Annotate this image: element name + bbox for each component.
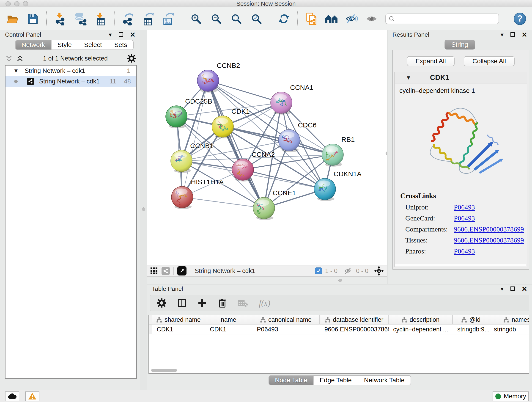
memory-button[interactable]: Memory <box>493 391 529 401</box>
splitter-handle[interactable] <box>142 207 145 211</box>
collapse-all-icon[interactable] <box>6 55 12 62</box>
zoom-fit-button[interactable] <box>230 12 243 26</box>
float-panel-icon[interactable] <box>510 287 515 291</box>
export-image-button[interactable] <box>162 12 175 26</box>
table-cell[interactable]: CDK1 <box>152 325 205 334</box>
collapse-all-button[interactable]: Collapse All <box>464 56 515 66</box>
panel-menu-icon[interactable]: ▾ <box>500 286 504 292</box>
import-network-from-database-button[interactable] <box>74 12 87 26</box>
search-input[interactable] <box>397 15 496 22</box>
tab-sets[interactable]: Sets <box>108 40 133 50</box>
network-node-rb1[interactable]: RB1 <box>322 136 355 167</box>
horizontal-splitter[interactable] <box>147 277 387 284</box>
node-label: CDKN1A <box>334 170 361 178</box>
collection-label: String Network – cdk1 <box>25 67 85 75</box>
networks-home-button[interactable] <box>325 12 338 26</box>
splitter-handle[interactable] <box>338 279 342 282</box>
import-table-button[interactable] <box>94 12 107 26</box>
export-image-icon <box>162 12 175 26</box>
save-session-button[interactable] <box>26 12 39 26</box>
tab-network-table[interactable]: Network Table <box>358 376 411 385</box>
tab-edge-table[interactable]: Edge Table <box>314 376 358 385</box>
table-row[interactable]: CDK1CDK1P064939606.ENSP00000378699cyclin… <box>149 325 529 334</box>
network-row-selected[interactable]: String Network – cdk1 11 48 <box>6 76 136 87</box>
table-cell[interactable]: cyclin–dependent ... <box>389 325 453 334</box>
column-header-canonical-name[interactable]: canonical name <box>252 315 320 324</box>
panel-menu-icon[interactable]: ▾ <box>109 32 112 38</box>
column-header--id[interactable]: @id <box>453 315 489 324</box>
node-details-header[interactable]: ▼ CDK1 <box>395 72 527 83</box>
crosslinks-title: CrossLinks <box>400 191 527 200</box>
node-label: CCNA2 <box>252 151 275 158</box>
crosslink-label: Tissues: <box>405 236 454 244</box>
expand-all-icon[interactable] <box>17 55 23 62</box>
import-network-button[interactable] <box>54 12 67 26</box>
export-network-button[interactable] <box>121 12 135 26</box>
tree-expand-icon[interactable]: ▼ <box>13 68 19 74</box>
network-node-ccnb1[interactable]: CCNB1 <box>171 142 214 173</box>
float-panel-icon[interactable] <box>119 32 123 37</box>
save-icon <box>27 13 39 25</box>
column-header-name[interactable]: name <box>205 315 252 324</box>
table-cell[interactable]: 9606.ENSP00000378699 <box>320 325 389 334</box>
table-cell[interactable]: stringdb:9... <box>453 325 489 334</box>
show-columns-icon[interactable] <box>177 298 186 307</box>
warnings-button[interactable] <box>25 391 39 401</box>
add-column-icon[interactable] <box>197 298 207 307</box>
zoom-selected-button[interactable] <box>250 12 263 26</box>
hide-selected-button[interactable] <box>345 12 358 26</box>
tab-select[interactable]: Select <box>78 40 108 50</box>
horizontal-scrollbar-thumb[interactable] <box>151 369 177 372</box>
close-panel-icon[interactable]: × <box>522 287 527 291</box>
cloud-button[interactable] <box>5 391 19 401</box>
show-view-button[interactable] <box>365 12 379 26</box>
gear-icon[interactable] <box>127 54 136 63</box>
copy-view-button[interactable] <box>305 12 318 26</box>
zoom-in-button[interactable] <box>189 12 203 26</box>
float-panel-icon[interactable] <box>510 32 515 37</box>
crosslink-link[interactable]: P06493 <box>454 214 475 222</box>
close-panel-icon[interactable]: × <box>130 32 135 37</box>
tab-network[interactable]: Network <box>16 40 51 50</box>
network-node-hist1h1a[interactable]: HIST1H1A <box>171 178 224 209</box>
crosslink-link[interactable]: P06493 <box>454 247 475 255</box>
column-header-shared-name[interactable]: shared name <box>152 315 205 324</box>
delete-column-icon[interactable] <box>218 298 227 307</box>
close-panel-icon[interactable]: × <box>522 32 527 37</box>
network-canvas[interactable]: CCNB2CCNA1CDC25BCDK1CDC6RB1CCNB1CCNA2CDK… <box>147 30 387 265</box>
node-details-card: ▼ CDK1 cyclin–dependent kinase 1 CrossLi… <box>394 72 527 267</box>
grid-view-icon[interactable] <box>150 267 158 275</box>
network-share-icon[interactable] <box>162 267 170 275</box>
tab-style[interactable]: Style <box>51 40 78 50</box>
table-cell[interactable]: CDK1 <box>205 325 252 334</box>
panel-menu-icon[interactable]: ▾ <box>500 32 504 38</box>
network-node-ccna1[interactable]: CCNA1 <box>271 84 313 115</box>
crosslink-link[interactable]: P06493 <box>454 203 475 211</box>
help-button[interactable]: ? <box>514 13 526 25</box>
open-file-button[interactable] <box>6 12 19 26</box>
column-header-description[interactable]: description <box>389 315 453 324</box>
tab-string[interactable]: String <box>444 40 475 50</box>
table-cell[interactable]: P06493 <box>252 325 320 334</box>
collapse-entry-icon[interactable]: ▼ <box>406 75 411 81</box>
table-cell[interactable]: stringdb <box>489 325 529 334</box>
hierarchy-icon <box>260 317 266 322</box>
export-table-button[interactable] <box>142 12 155 26</box>
network-node-cdkn1a[interactable]: CDKN1A <box>314 170 361 201</box>
column-header-database-identifier[interactable]: database identifier <box>320 315 389 324</box>
network-node-ccna2[interactable]: CCNA2 <box>232 151 275 182</box>
column-header-namespace[interactable]: namespace <box>489 315 529 324</box>
crosslink-link[interactable]: 9606.ENSP00000378699 <box>454 236 524 244</box>
memory-status-dot <box>495 394 501 399</box>
birdseye-navigator-icon[interactable] <box>374 266 384 276</box>
zoom-out-button[interactable] <box>209 12 223 26</box>
crosslink-link[interactable]: 9606.ENSP00000378699 <box>454 225 524 233</box>
expand-all-button[interactable]: Expand All <box>407 56 455 66</box>
search-box[interactable] <box>385 13 499 24</box>
refresh-button[interactable] <box>277 12 291 26</box>
table-settings-gear-icon[interactable] <box>157 298 166 307</box>
selected-checkbox[interactable] <box>315 268 322 274</box>
detach-view-icon[interactable] <box>177 266 186 275</box>
tab-node-table[interactable]: Node Table <box>269 376 314 385</box>
network-collection-row[interactable]: ▼ String Network – cdk1 1 <box>6 65 136 76</box>
